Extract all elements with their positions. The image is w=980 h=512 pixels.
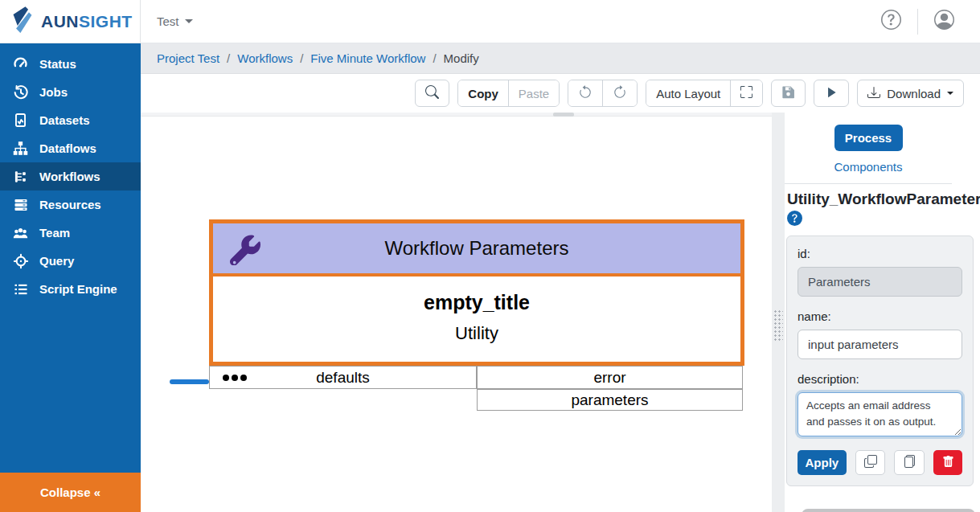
node-header-title: Workflow Parameters: [385, 237, 569, 260]
sidebar-item-label: Script Engine: [39, 282, 117, 296]
help-button[interactable]: [865, 10, 917, 33]
node-subtitle: Utility: [455, 323, 498, 344]
save-button[interactable]: [771, 80, 806, 107]
download-label: Download: [887, 87, 941, 100]
breadcrumb: Project Test / Workflows / Five Minute W…: [141, 43, 980, 74]
top-bar: AUNSIGHT Test: [0, 0, 980, 43]
wrench-icon: [230, 235, 260, 265]
sidebar-item-jobs[interactable]: Jobs: [0, 78, 141, 106]
node-title: empty_title: [424, 291, 530, 314]
workflow-edge[interactable]: [170, 379, 209, 384]
sidebar-item-label: Resources: [39, 198, 101, 211]
search-icon: [425, 85, 439, 101]
apply-button[interactable]: Apply: [798, 450, 847, 475]
sidebar-item-label: Status: [39, 57, 76, 71]
caret-down-icon: [947, 92, 953, 95]
sidebar-item-label: Jobs: [39, 85, 68, 99]
sidebar-item-script-engine[interactable]: Script Engine: [0, 275, 141, 303]
breadcrumb-link-project[interactable]: Project Test: [157, 51, 219, 65]
component-help-icon[interactable]: [787, 211, 980, 229]
redo-icon: [613, 85, 627, 102]
breadcrumb-current: Modify: [444, 51, 479, 65]
aunsight-logo[interactable]: AUNSIGHT: [0, 0, 141, 43]
breadcrumb-separator: /: [433, 51, 436, 65]
run-button[interactable]: [814, 80, 849, 107]
collapse-label: Collapse «: [40, 485, 100, 499]
port-label: parameters: [571, 391, 648, 409]
crosshair-icon: [12, 252, 29, 269]
paste-button[interactable]: Paste: [508, 80, 559, 106]
process-tab-button[interactable]: Process: [834, 125, 903, 151]
undo-button[interactable]: [568, 80, 602, 106]
fullscreen-button[interactable]: [730, 80, 762, 106]
download-button[interactable]: Download: [857, 80, 964, 107]
port-parameters[interactable]: parameters: [477, 389, 743, 411]
sidebar-item-label: Datasets: [39, 113, 90, 127]
account-button[interactable]: [918, 10, 970, 33]
workspace-dropdown[interactable]: Test: [157, 14, 193, 28]
search-button[interactable]: [415, 80, 449, 107]
history-icon: [12, 84, 29, 100]
workflow-canvas[interactable]: Workflow Parameters empty_title Utility …: [141, 113, 772, 512]
canvas-hscrollbar-track: [141, 113, 772, 117]
properties-panel: Process Components Utility_WorkflowParam…: [785, 113, 980, 512]
id-label: id:: [798, 247, 962, 260]
server-icon: [12, 196, 29, 213]
gauge-icon: [12, 55, 29, 72]
workspace-dropdown-label: Test: [157, 14, 179, 28]
sidebar-item-workflows[interactable]: Workflows: [0, 162, 141, 190]
save-icon: [781, 85, 795, 101]
name-label: name:: [798, 309, 962, 323]
account-icon: [934, 10, 954, 33]
panel-resize-handle[interactable]: [773, 309, 783, 342]
duplicate-component-button[interactable]: [894, 450, 925, 475]
sidebar-item-datasets[interactable]: Datasets: [0, 106, 141, 134]
list-icon: [12, 281, 29, 297]
auto-layout-button[interactable]: Auto Layout: [646, 80, 730, 106]
sidebar-item-status[interactable]: Status: [0, 50, 141, 78]
port-label: error: [593, 369, 625, 387]
download-icon: [867, 86, 880, 101]
fullscreen-icon: [740, 86, 752, 100]
top-actions: [865, 9, 980, 35]
copy-button[interactable]: Copy: [458, 80, 508, 106]
dataset-file-icon: [12, 112, 29, 129]
canvas-hscrollbar-thumb[interactable]: [553, 113, 574, 117]
name-field[interactable]: [798, 330, 962, 359]
layout-group: Auto Layout: [646, 80, 763, 107]
breadcrumb-separator: /: [300, 51, 303, 65]
collapsed-section-header[interactable]: [802, 509, 975, 512]
redo-button[interactable]: [602, 80, 637, 106]
sidebar-nav: Status Jobs Datasets: [0, 43, 141, 473]
copy-paste-group: Copy Paste: [457, 80, 560, 107]
app-window: AUNSIGHT Test: [0, 0, 980, 512]
workflow-icon: [12, 168, 29, 185]
sidebar-item-dataflows[interactable]: Dataflows: [0, 134, 141, 162]
delete-component-button[interactable]: [933, 450, 962, 475]
breadcrumb-link-workflow-name[interactable]: Five Minute Workflow: [310, 51, 425, 65]
port-options-dots-icon[interactable]: [223, 375, 247, 381]
copy-component-button[interactable]: [855, 450, 886, 475]
port-defaults[interactable]: defaults: [209, 366, 477, 389]
component-form: id: name: description: Accepts an email …: [786, 236, 974, 486]
sidebar-item-label: Team: [39, 226, 70, 240]
sidebar-item-label: Dataflows: [39, 141, 96, 155]
components-link[interactable]: Components: [834, 160, 902, 174]
help-icon: [881, 10, 901, 33]
port-error[interactable]: error: [477, 366, 743, 389]
sidebar-collapse-button[interactable]: Collapse «: [0, 473, 141, 512]
sidebar-item-team[interactable]: Team: [0, 219, 141, 247]
workflow-parameters-node[interactable]: Workflow Parameters empty_title Utility: [209, 219, 744, 366]
breadcrumb-link-workflows[interactable]: Workflows: [237, 51, 293, 65]
users-icon: [12, 224, 29, 241]
port-label: defaults: [316, 369, 370, 387]
sidebar-item-resources[interactable]: Resources: [0, 190, 141, 219]
sidebar-item-label: Query: [39, 254, 74, 268]
undo-redo-group: [568, 80, 638, 107]
copy-icon: [864, 455, 877, 470]
panel-divider: [772, 113, 785, 512]
description-field[interactable]: Accepts an email address and passes it o…: [798, 392, 962, 436]
sidebar-item-query[interactable]: Query: [0, 247, 141, 275]
form-actions: Apply: [798, 450, 962, 475]
aunsight-logo-icon: [10, 6, 35, 37]
